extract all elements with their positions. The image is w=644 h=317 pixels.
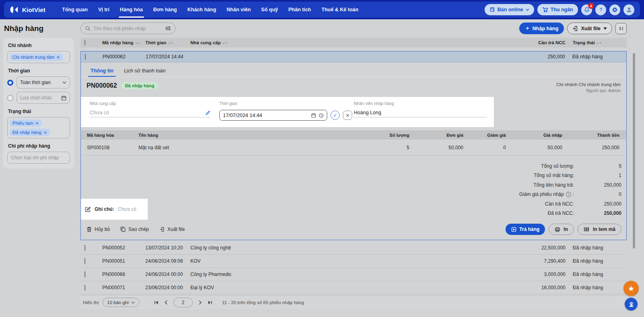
settings-button[interactable]: [609, 4, 620, 15]
status-filter-input[interactable]: Phiếu tạm ✕ Đã nhập hàng ✕: [7, 117, 70, 138]
remove-branch-chip-icon[interactable]: ✕: [56, 55, 60, 60]
info-icon[interactable]: i: [566, 192, 571, 197]
cost-filter-input[interactable]: [7, 152, 70, 164]
return-goods-button[interactable]: Trả hàng: [506, 224, 545, 235]
import-goods-button[interactable]: ＋ Nhập hàng: [519, 23, 564, 34]
print-button[interactable]: In: [549, 224, 574, 235]
total-amount-label: Tổng tiền hàng trả:: [533, 182, 574, 188]
sort-icon[interactable]: ▲▼: [168, 42, 173, 44]
table-row[interactable]: PN000071 23/06/2024 00:00 Đại lý KOV 16,…: [80, 281, 627, 294]
cost-filter-field[interactable]: [11, 155, 66, 161]
calendar-icon[interactable]: [311, 113, 316, 118]
tab-thong-tin[interactable]: Thông tin: [87, 66, 118, 77]
time-custom-input[interactable]: [17, 92, 70, 104]
header-status[interactable]: Trạng thái ▲▼: [567, 40, 627, 45]
supplier-field[interactable]: Chưa có: [90, 110, 211, 117]
item-code: SP000108: [87, 145, 138, 150]
note-box[interactable]: Ghi chú: Chưa có: [81, 199, 148, 220]
staff-field-label: Nhân viên nhập hàng: [354, 101, 491, 106]
advanced-filter-icon[interactable]: [165, 26, 171, 31]
ban-online-button[interactable]: Bán online: [485, 4, 534, 15]
sort-icon[interactable]: ▲▼: [597, 42, 602, 44]
detail-title-row: PN000062 Đã nhập hàng Chi nhánh Chi nhán…: [81, 77, 626, 97]
row-checkbox[interactable]: [85, 245, 85, 251]
row-checkbox[interactable]: [85, 271, 85, 278]
notifications-button[interactable]: 4: [581, 4, 592, 15]
confirm-time-button[interactable]: ✓: [330, 111, 340, 120]
search-box[interactable]: [80, 23, 175, 34]
nav-item-vi-tri[interactable]: Vị trí: [93, 2, 115, 18]
last-page-button[interactable]: [208, 300, 213, 305]
status-chip-phieu-tam[interactable]: Phiếu tạm ✕: [10, 119, 41, 127]
remove-status-chip-icon[interactable]: ✕: [43, 130, 47, 135]
header-time[interactable]: Thời gian ▲▼: [145, 40, 190, 45]
clock-icon[interactable]: [319, 113, 324, 118]
row-checkbox[interactable]: [85, 54, 86, 60]
time-all-radio[interactable]: [7, 80, 13, 86]
table-row[interactable]: PN000052 13/07/2024 10:20 Công ty công n…: [80, 241, 627, 255]
table-row-selected[interactable]: PN000062 17/07/2024 14:44 250,000 Đã nhậ…: [81, 51, 626, 62]
vertical-scrollbar[interactable]: [633, 53, 635, 249]
nav-item-so-quy[interactable]: Số quỹ: [256, 2, 283, 18]
profile-avatar[interactable]: [623, 4, 634, 15]
nav-item-tong-quan[interactable]: Tổng quan: [57, 2, 93, 18]
prev-page-button[interactable]: [164, 300, 168, 305]
table-row[interactable]: PN000068 24/06/2024 00:00 Công ty Pharme…: [80, 268, 627, 281]
item-discount: 0: [465, 145, 508, 150]
nav-item-thue-ke-toan[interactable]: Thuế & Kế toán: [316, 2, 364, 18]
nav-item-hang-hoa[interactable]: Hàng hóa: [115, 2, 148, 18]
item-row[interactable]: SP000108 Mặt nạ đất sét 5 50,000 0 50,00…: [81, 140, 626, 156]
next-page-button[interactable]: [198, 300, 202, 305]
pagination-summary: 11 - 20 trên tổng số 65 phiếu nhập hàng: [222, 300, 304, 305]
branch-chip[interactable]: Chi nhánh trung tâm ✕: [10, 54, 63, 61]
time-custom-radio[interactable]: [7, 95, 13, 101]
first-page-button[interactable]: [154, 300, 159, 305]
support-fab[interactable]: [625, 298, 638, 311]
staff-field[interactable]: Hoàng Long: [354, 110, 487, 117]
cancel-order-button[interactable]: Hủy bỏ: [87, 226, 110, 232]
row-checkbox[interactable]: [85, 284, 85, 291]
note-edit-icon[interactable]: [85, 206, 91, 212]
discount-label: Giảm giá phiếu nhập: [519, 191, 564, 197]
cancel-time-button[interactable]: ✕: [343, 111, 352, 120]
item-qty: 5: [376, 145, 411, 150]
header-supplier[interactable]: Nhà cung cấp ▲▼: [190, 40, 498, 45]
select-all-checkbox[interactable]: [85, 40, 85, 45]
current-page-input[interactable]: 2: [173, 298, 193, 307]
detail-panel: Thông tin Lịch sử thanh toán PN000062 Đã…: [81, 62, 626, 240]
remove-status-chip-icon[interactable]: ✕: [35, 121, 39, 126]
page-size-select[interactable]: 10 bản ghi: [103, 298, 139, 307]
nav-item-nhan-vien[interactable]: Nhân viên: [221, 2, 256, 18]
tab-lich-su-thanh-toan[interactable]: Lịch sử thanh toán: [120, 66, 170, 77]
favorites-fab[interactable]: ★: [623, 281, 639, 296]
header-code[interactable]: Mã nhập hàng ▲▼: [102, 40, 145, 45]
copy-order-button[interactable]: Sao chép: [120, 226, 149, 232]
main-nav: Tổng quan Vị trí Hàng hóa Đơn hàng Khách…: [57, 2, 363, 18]
thu-ngan-button[interactable]: Thu ngân: [537, 4, 578, 15]
export-order-button[interactable]: Xuất file: [159, 226, 185, 232]
column-settings-button[interactable]: [615, 23, 627, 34]
search-input[interactable]: [93, 26, 162, 31]
detail-tabs: Thông tin Lịch sử thanh toán: [81, 62, 626, 77]
nav-item-phan-tich[interactable]: Phân tích: [283, 2, 316, 18]
row-checkbox[interactable]: [85, 258, 85, 264]
nav-item-don-hang[interactable]: Đơn hàng: [148, 2, 182, 18]
brand-logo[interactable]: KiotViet: [10, 6, 45, 14]
sort-icon[interactable]: ▲▼: [222, 42, 227, 44]
nav-item-khach-hang[interactable]: Khách hàng: [182, 2, 222, 18]
columns-icon: [619, 26, 624, 31]
header-payable[interactable]: Cần trả NCC: [498, 40, 567, 45]
time-range-select[interactable]: Toàn thời gian: [17, 76, 70, 89]
table-row[interactable]: PN000051 24/06/2024 09:06 KOV 7,290,400 …: [80, 255, 627, 268]
sort-icon[interactable]: ▲▼: [135, 42, 140, 44]
time-custom-field[interactable]: [20, 95, 59, 101]
branch-filter-input[interactable]: Chi nhánh trung tâm ✕: [7, 51, 70, 63]
pagination-bar: Hiển thị 10 bản ghi 2: [80, 295, 627, 309]
help-button[interactable]: [595, 4, 606, 15]
export-file-button[interactable]: Xuất file: [567, 23, 612, 34]
status-chip-da-nhap-hang[interactable]: Đã nhập hàng ✕: [10, 129, 50, 136]
edit-pencil-icon[interactable]: [205, 110, 211, 115]
supplier-field-label: Nhà cung cấp: [90, 101, 219, 106]
print-barcode-button[interactable]: In tem mã: [578, 224, 621, 235]
time-field[interactable]: 17/07/2024 14:44: [219, 110, 327, 121]
